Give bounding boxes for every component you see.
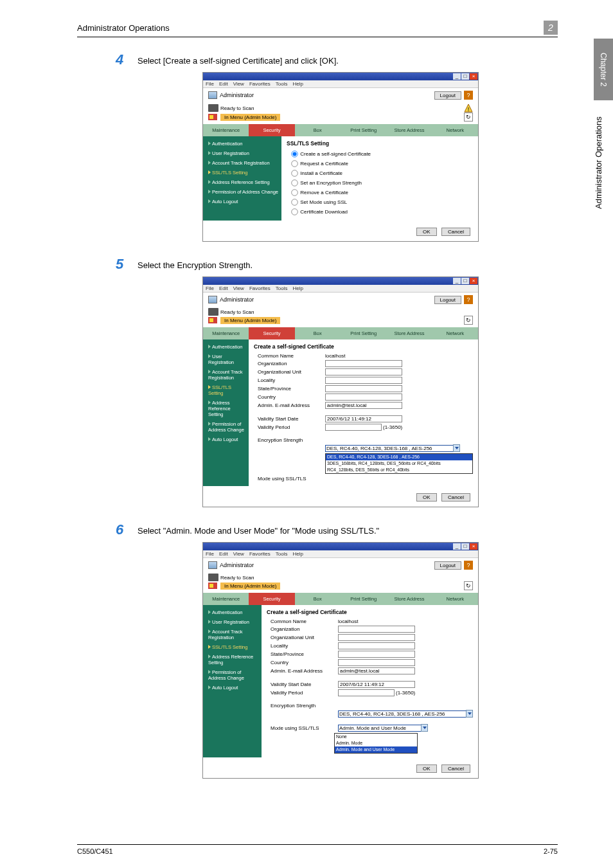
refresh-icon[interactable]: ↻ (464, 113, 473, 122)
window-minimize-icon[interactable]: _ (453, 73, 461, 80)
sidebar-item-auto-logout[interactable]: Auto Logout (203, 197, 281, 206)
cancel-button[interactable]: Cancel (441, 764, 470, 773)
radio-remove-cert[interactable] (291, 189, 298, 195)
menu-favorites[interactable]: Favorites (249, 81, 271, 87)
menu-tools[interactable]: Tools (276, 81, 288, 87)
window-close-icon[interactable]: × (470, 278, 477, 284)
cancel-button[interactable]: Cancel (441, 228, 470, 236)
input-organization[interactable] (338, 626, 415, 633)
chevron-down-icon[interactable] (421, 724, 428, 732)
tab-box[interactable]: Box (295, 124, 341, 136)
menu-tools[interactable]: Tools (276, 551, 288, 557)
input-country[interactable] (338, 659, 415, 666)
tab-maintenance[interactable]: Maintenance (203, 593, 249, 605)
tab-maintenance[interactable]: Maintenance (203, 124, 249, 136)
tab-security[interactable]: Security (249, 327, 294, 339)
cancel-button[interactable]: Cancel (441, 493, 470, 502)
tab-store-address[interactable]: Store Address (386, 124, 432, 136)
window-maximize-icon[interactable]: □ (461, 543, 469, 550)
sidebar-item-auto-logout[interactable]: Auto Logout (203, 435, 249, 444)
tab-maintenance[interactable]: Maintenance (203, 327, 249, 339)
window-close-icon[interactable]: × (470, 73, 477, 80)
radio-request-cert[interactable] (291, 160, 298, 167)
menu-edit[interactable]: Edit (219, 551, 228, 557)
menu-view[interactable]: View (233, 551, 244, 557)
sidebar-item-account-track[interactable]: Account Track Registration (203, 367, 249, 383)
window-close-icon[interactable]: × (470, 543, 477, 550)
input-locality[interactable] (325, 377, 402, 384)
input-organization[interactable] (325, 360, 402, 367)
sidebar-item-permission-addr[interactable]: Permission of Address Change (203, 187, 281, 197)
sidebar-item-account-track[interactable]: Account Track Registration (203, 158, 281, 168)
tab-print-setting[interactable]: Print Setting (341, 327, 386, 339)
enc-option-2[interactable]: RC4_128bits, DES_56bits or RC4_40bits (326, 467, 472, 473)
input-ou[interactable] (325, 368, 402, 375)
window-maximize-icon[interactable]: □ (461, 278, 469, 284)
sidebar-item-authentication[interactable]: Authentication (203, 342, 249, 352)
radio-set-enc-strength[interactable] (291, 179, 298, 186)
menu-help[interactable]: Help (292, 81, 303, 87)
enc-strength-dropdown[interactable]: DES, RC4-40, RC4-128, 3DES-168 , AES-256 (325, 445, 454, 452)
sidebar-item-address-ref[interactable]: Address Reference Setting (203, 398, 249, 419)
radio-create-self-signed[interactable] (291, 150, 298, 157)
refresh-icon[interactable]: ↻ (464, 581, 473, 590)
sidebar-item-user-registration[interactable]: User Registration (203, 149, 281, 158)
input-validity-period[interactable] (338, 689, 395, 696)
menu-help[interactable]: Help (292, 285, 303, 291)
enc-strength-dropdown[interactable]: DES, RC4-40, RC4-128, 3DES-168 , AES-256 (338, 710, 466, 718)
sidebar-item-address-ref[interactable]: Address Reference Setting (203, 177, 281, 187)
help-icon[interactable]: ? (464, 561, 473, 570)
radio-cert-download[interactable] (291, 208, 298, 215)
logout-button[interactable]: Logout (434, 91, 461, 100)
sidebar-item-user-registration[interactable]: User Registration (203, 617, 262, 627)
ok-button[interactable]: OK (416, 493, 437, 502)
menu-tools[interactable]: Tools (276, 285, 288, 291)
radio-set-mode-ssl[interactable] (291, 199, 298, 205)
sidebar-item-permission-addr[interactable]: Permission of Address Change (203, 667, 262, 683)
menu-edit[interactable]: Edit (219, 81, 228, 87)
tab-security[interactable]: Security (249, 124, 294, 136)
refresh-icon[interactable]: ↻ (464, 316, 473, 325)
input-state[interactable] (325, 385, 402, 392)
input-state[interactable] (338, 651, 415, 658)
menu-view[interactable]: View (233, 81, 244, 87)
tab-box[interactable]: Box (295, 327, 341, 339)
window-maximize-icon[interactable]: □ (461, 73, 469, 80)
chevron-down-icon[interactable] (466, 710, 473, 718)
mode-option-none[interactable]: None (335, 734, 417, 740)
input-ou[interactable] (338, 634, 415, 641)
radio-install-cert[interactable] (291, 170, 298, 176)
tab-store-address[interactable]: Store Address (386, 327, 432, 339)
sidebar-item-authentication[interactable]: Authentication (203, 139, 281, 149)
mode-option-admin-user[interactable]: Admin. Mode and User Mode (335, 746, 417, 753)
tab-print-setting[interactable]: Print Setting (341, 124, 386, 136)
menu-edit[interactable]: Edit (219, 285, 228, 291)
enc-option-1[interactable]: 3DES_168bits, RC4_128bits, DES_56bits or… (326, 460, 472, 467)
menu-file[interactable]: File (206, 285, 214, 291)
window-minimize-icon[interactable]: _ (453, 278, 461, 284)
mode-option-admin[interactable]: Admin. Mode (335, 740, 417, 746)
menu-help[interactable]: Help (292, 551, 303, 557)
menu-view[interactable]: View (233, 285, 244, 291)
sidebar-item-permission-addr[interactable]: Permission of Address Change (203, 419, 249, 435)
tab-network[interactable]: Network (432, 593, 478, 605)
input-country[interactable] (325, 393, 402, 401)
menu-file[interactable]: File (206, 81, 214, 87)
tab-store-address[interactable]: Store Address (386, 593, 432, 605)
sidebar-item-ssl-tls[interactable]: SSL/TLS Setting (203, 383, 249, 398)
logout-button[interactable]: Logout (434, 561, 461, 570)
tab-security[interactable]: Security (249, 593, 294, 605)
enc-option-0[interactable]: DES, RC4-40, RC4-128, 3DES-168 , AES-256 (326, 454, 472, 460)
tab-print-setting[interactable]: Print Setting (341, 593, 386, 605)
menu-file[interactable]: File (206, 551, 214, 557)
logout-button[interactable]: Logout (434, 296, 461, 304)
sidebar-item-account-track[interactable]: Account Track Registration (203, 627, 262, 642)
ok-button[interactable]: OK (416, 764, 437, 773)
help-icon[interactable]: ? (464, 91, 473, 100)
sidebar-item-auto-logout[interactable]: Auto Logout (203, 683, 262, 692)
input-start-date[interactable] (338, 681, 415, 688)
sidebar-item-ssl-tls[interactable]: SSL/TLS Setting (203, 642, 262, 652)
help-icon[interactable]: ? (464, 295, 473, 304)
ok-button[interactable]: OK (416, 228, 437, 236)
mode-ssl-dropdown[interactable]: Admin. Mode and User Mode (338, 725, 422, 732)
